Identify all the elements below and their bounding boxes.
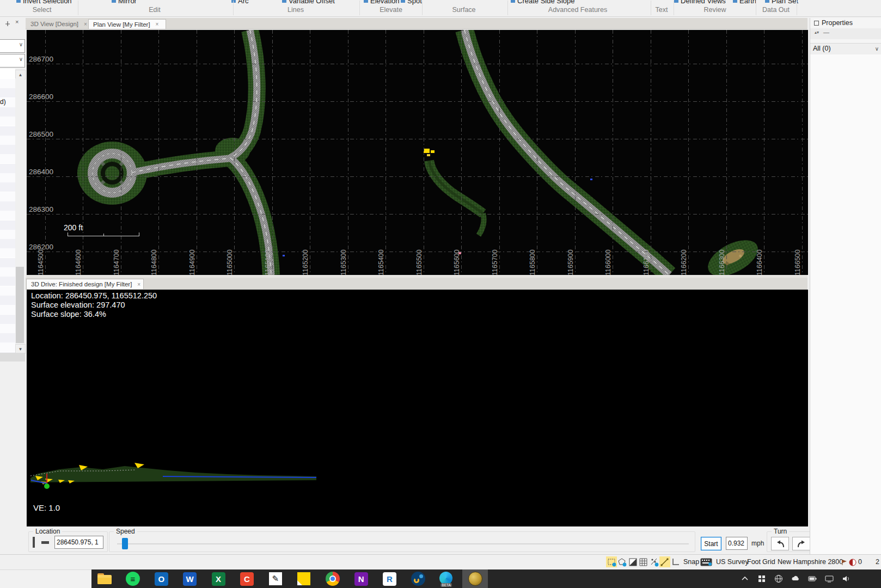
taskbar-app-chrome[interactable] bbox=[320, 569, 345, 588]
taskbar-app-edge-beta[interactable]: BETA bbox=[434, 569, 460, 588]
taskbar-app-camtasia[interactable]: C bbox=[234, 569, 260, 588]
speed-slider-handle[interactable] bbox=[122, 538, 128, 549]
sidebar-list-row[interactable] bbox=[0, 258, 15, 267]
close-icon[interactable]: × bbox=[84, 21, 87, 27]
sidebar-list-row[interactable] bbox=[0, 201, 15, 211]
taskbar-app-excel[interactable]: X bbox=[206, 569, 231, 588]
ribbon-command-invert-selection[interactable]: Invert Selection bbox=[16, 0, 72, 5]
sidebar-list-row[interactable] bbox=[0, 136, 15, 145]
sidebar-list-row[interactable] bbox=[0, 277, 15, 286]
sidebar-combo-1[interactable]: ∨ bbox=[0, 39, 25, 53]
tab-3d-drive[interactable]: 3D Drive: Finished design [My Filter] × bbox=[26, 279, 144, 289]
sidebar-list-row[interactable] bbox=[0, 239, 15, 248]
taskbar-app-sticky-notes[interactable] bbox=[291, 569, 317, 588]
taskbar-app-spotify[interactable]: ≡ bbox=[120, 569, 145, 588]
plan-view-canvas[interactable]: 2867002866002865002864002863002862001164… bbox=[26, 30, 808, 275]
sidebar-list-row[interactable] bbox=[0, 324, 15, 333]
taskbar-app-onenote[interactable]: N bbox=[348, 569, 374, 588]
view-tabbar: 3D View [Design] × Plan View [My Filter]… bbox=[26, 18, 807, 29]
status-icon-polygon-select[interactable] bbox=[617, 556, 628, 567]
tab-plan-view[interactable]: Plan View [My Filter] × bbox=[88, 19, 166, 29]
status-icon-marquee-select[interactable] bbox=[606, 556, 617, 567]
sidebar-list-row[interactable] bbox=[0, 333, 15, 342]
scrollbar-thumb[interactable] bbox=[16, 267, 24, 343]
sidebar-list-row[interactable] bbox=[0, 145, 15, 154]
speed-value-input[interactable] bbox=[726, 537, 748, 550]
taskbar-app-outlook[interactable]: O bbox=[149, 569, 174, 588]
taskbar-app-trimble-connect[interactable] bbox=[405, 569, 431, 588]
sort-icon[interactable]: ▴▾ bbox=[815, 30, 819, 35]
ribbon-command-create-side-slope[interactable]: Create Side Slope bbox=[511, 0, 575, 5]
sidebar-list-row[interactable] bbox=[0, 173, 15, 182]
location-input[interactable] bbox=[54, 536, 103, 549]
taskbar-app-file-explorer[interactable] bbox=[91, 569, 117, 588]
location-dash-icon[interactable] bbox=[41, 541, 49, 544]
tab-3d-view[interactable]: 3D View [Design] × bbox=[26, 19, 89, 29]
sidebar-list-row[interactable] bbox=[0, 211, 15, 220]
sidebar-list-row[interactable] bbox=[0, 126, 15, 136]
sidebar-list-row[interactable] bbox=[0, 107, 15, 117]
turn-right-button[interactable] bbox=[792, 537, 810, 550]
sidebar-list-row[interactable] bbox=[0, 79, 15, 88]
sidebar-list-row[interactable] bbox=[0, 248, 15, 258]
status-icon-grid[interactable] bbox=[638, 556, 649, 567]
ribbon-command-earth[interactable]: Earth bbox=[733, 0, 756, 5]
snap-label[interactable]: Snap bbox=[683, 558, 699, 566]
close-icon[interactable]: × bbox=[137, 281, 140, 287]
status-icon-contrast-square[interactable] bbox=[627, 556, 638, 567]
sidebar-list-row[interactable] bbox=[0, 230, 15, 239]
start-button[interactable]: Start bbox=[701, 537, 721, 550]
sidebar-list-row[interactable] bbox=[0, 267, 15, 277]
sidebar-list-row[interactable] bbox=[0, 164, 15, 173]
taskbar-app-tbc-drive[interactable] bbox=[462, 569, 488, 588]
sidebar-combo-2[interactable]: ∨ bbox=[0, 54, 25, 68]
close-icon[interactable]: × bbox=[156, 21, 159, 27]
taskbar-app-drawing-app[interactable]: ✎ bbox=[262, 569, 288, 588]
sidebar-list-row[interactable] bbox=[0, 315, 15, 324]
keyboard-icon[interactable] bbox=[700, 558, 712, 568]
tray-display-icon[interactable] bbox=[824, 573, 835, 584]
sidebar-list-row[interactable] bbox=[0, 342, 15, 352]
tray-volume-icon[interactable] bbox=[841, 573, 852, 584]
tray-battery-icon[interactable] bbox=[807, 573, 818, 584]
sidebar-list-row[interactable] bbox=[0, 182, 15, 192]
grid-mode-label[interactable]: Grid bbox=[762, 558, 775, 566]
minimize-icon[interactable]: — bbox=[823, 29, 829, 35]
unit-label[interactable]: Foot bbox=[747, 558, 761, 566]
ribbon-command-mirror[interactable]: Mirror bbox=[112, 0, 137, 5]
drive-view-canvas[interactable]: Location: 286450.975, 1165512.250Surface… bbox=[26, 290, 808, 526]
unit-system-label[interactable]: US Survey bbox=[716, 558, 749, 566]
sidebar-list-row[interactable] bbox=[0, 117, 15, 126]
turn-left-button[interactable] bbox=[771, 537, 789, 550]
speed-slider-track[interactable] bbox=[117, 543, 689, 544]
status-icon-axis-corner[interactable] bbox=[670, 556, 681, 567]
location-marker-icon[interactable] bbox=[33, 537, 35, 548]
sidebar-list-row[interactable] bbox=[0, 305, 15, 314]
taskbar-app-word[interactable]: W bbox=[177, 569, 203, 588]
tray-app-grid-icon[interactable] bbox=[756, 573, 767, 584]
coordinate-zone-label[interactable]: New Hampshire 2800 bbox=[778, 558, 843, 566]
status-icon-line-snap[interactable] bbox=[659, 556, 670, 567]
sidebar-close-icon[interactable]: × bbox=[15, 19, 19, 25]
sidebar-list-row[interactable] bbox=[0, 220, 15, 230]
taskbar-app-trimble-r[interactable]: R bbox=[377, 569, 402, 588]
sidebar-list-row[interactable] bbox=[0, 154, 15, 163]
sidebar-list-row[interactable] bbox=[0, 296, 15, 305]
status-icon-point-measure[interactable] bbox=[648, 556, 659, 567]
ribbon-command-defined-views[interactable]: Defined Views bbox=[674, 0, 726, 5]
ribbon-command-plan-set[interactable]: Plan Set bbox=[765, 0, 798, 5]
sidebar-list-row[interactable] bbox=[0, 88, 15, 97]
ribbon-command-variable-offset[interactable]: Variable Offset bbox=[282, 0, 335, 5]
sidebar-list-row[interactable] bbox=[0, 192, 15, 201]
ribbon-command-elevation[interactable]: Elevation bbox=[364, 0, 399, 5]
sidebar-pin-icon[interactable] bbox=[4, 20, 11, 26]
tray-chevron-up-icon[interactable] bbox=[739, 573, 750, 584]
marquee-select-icon bbox=[607, 557, 617, 567]
tray-globe-icon[interactable] bbox=[773, 573, 784, 584]
properties-filter[interactable]: All (0) ∨ bbox=[810, 43, 881, 55]
tray-cloud-icon[interactable] bbox=[790, 573, 801, 584]
sidebar-list-row[interactable]: d) bbox=[0, 98, 15, 107]
sidebar-list-row[interactable] bbox=[0, 286, 15, 296]
ribbon-command-arc[interactable]: Arc bbox=[231, 0, 249, 5]
ribbon-command-spot[interactable]: Spot bbox=[401, 0, 422, 5]
